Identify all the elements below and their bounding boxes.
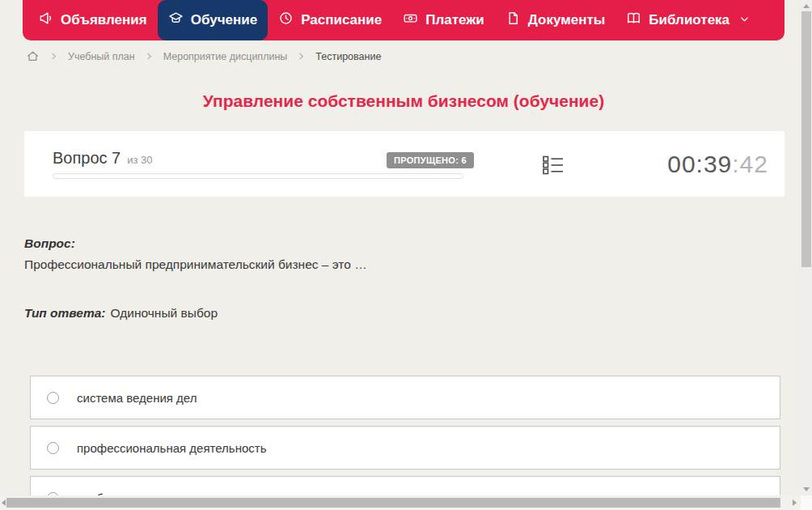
- scroll-right-arrow-icon[interactable]: [793, 499, 797, 506]
- main-nav: Объявления Обучение Расписание: [23, 0, 785, 40]
- book-icon: [626, 11, 641, 30]
- nav-item-label: Обучение: [191, 12, 257, 28]
- nav-item-learning[interactable]: Обучение: [158, 0, 268, 40]
- page-title: Управление собственным бизнесом (обучени…: [23, 91, 785, 111]
- answer-type-row: Тип ответа:Одиночный выбор: [24, 306, 218, 321]
- nav-item-announcements[interactable]: Объявления: [27, 0, 158, 40]
- answer-option-label: система ведения дел: [77, 391, 197, 405]
- answer-type-value: Одиночный выбор: [111, 306, 218, 320]
- document-icon: [505, 11, 521, 30]
- radio-button[interactable]: [47, 392, 59, 404]
- answer-option[interactable]: система ведения дел: [30, 376, 780, 419]
- nav-item-label: Расписание: [301, 12, 382, 28]
- breadcrumb-separator-icon: [298, 53, 305, 60]
- banknote-icon: [403, 11, 418, 30]
- nav-item-payments[interactable]: Платежи: [392, 0, 495, 40]
- answer-option-label: профессиональная деятельность: [77, 441, 266, 455]
- radio-button[interactable]: [47, 442, 59, 454]
- question-number: Вопрос 7 из 30: [53, 149, 153, 168]
- home-icon[interactable]: [26, 49, 40, 63]
- question-text: Профессиональный предпринимательский биз…: [24, 257, 752, 272]
- breadcrumb-item-study-plan[interactable]: Учебный план: [68, 51, 135, 62]
- scroll-left-arrow-icon[interactable]: [2, 499, 6, 506]
- question-label: Вопрос:: [24, 236, 75, 251]
- nav-item-library[interactable]: Библиотека: [615, 0, 760, 40]
- megaphone-icon: [38, 11, 53, 30]
- horizontal-scrollbar[interactable]: [0, 495, 801, 510]
- question-list-button[interactable]: [542, 155, 566, 177]
- nav-item-documents[interactable]: Документы: [495, 0, 616, 40]
- nav-item-label: Платежи: [425, 12, 484, 28]
- timer-minutes: 00:39: [667, 151, 732, 177]
- graduation-cap-icon: [168, 11, 184, 30]
- question-total-label: из 30: [127, 154, 152, 166]
- countdown-timer: 00:39:42: [667, 151, 768, 178]
- answer-type-label: Тип ответа:: [24, 306, 106, 320]
- question-number-label: Вопрос 7: [53, 149, 121, 168]
- skipped-badge: ПРОПУЩЕНО: 6: [387, 152, 474, 168]
- scroll-up-arrow-icon[interactable]: [803, 4, 810, 8]
- breadcrumb-item-testing: Тестирование: [315, 51, 381, 62]
- breadcrumb-item-discipline-event[interactable]: Мероприятие дисциплины: [163, 51, 288, 62]
- scroll-down-arrow-icon[interactable]: [803, 487, 810, 491]
- breadcrumb: Учебный план Мероприятие дисциплины Тест…: [26, 49, 381, 63]
- chevron-down-icon: [737, 12, 750, 28]
- vertical-scrollbar-thumb[interactable]: [801, 11, 811, 267]
- horizontal-scrollbar-thumb[interactable]: [6, 498, 780, 508]
- clock-icon: [278, 11, 294, 30]
- timer-seconds: :42: [732, 151, 768, 177]
- answer-option[interactable]: профессиональная деятельность: [30, 426, 780, 470]
- breadcrumb-separator-icon: [50, 53, 57, 60]
- nav-item-label: Документы: [528, 12, 606, 28]
- lms-testing-page: Объявления Обучение Расписание: [0, 0, 812, 510]
- nav-item-label: Библиотека: [649, 12, 730, 28]
- question-list-icon: [542, 164, 565, 178]
- vertical-scrollbar[interactable]: [801, 0, 812, 495]
- progress-bar: [53, 173, 463, 179]
- scrollbar-corner: [801, 495, 812, 510]
- nav-item-schedule[interactable]: Расписание: [268, 0, 392, 40]
- nav-item-label: Объявления: [61, 12, 147, 28]
- breadcrumb-separator-icon: [146, 53, 153, 60]
- question-header-card: Вопрос 7 из 30 ПРОПУЩЕНО: 6 00:39:42: [24, 131, 785, 197]
